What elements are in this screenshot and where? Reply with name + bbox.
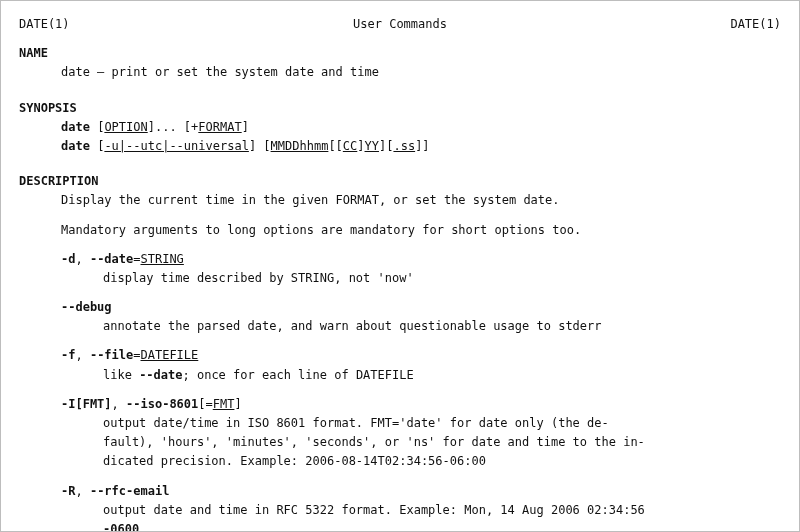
text: ] [357, 139, 364, 153]
synopsis-cc: CC [343, 139, 357, 153]
synopsis-option: OPTION [104, 120, 147, 134]
option-short: -I[FMT] [61, 397, 112, 411]
header-center: User Commands [353, 15, 447, 34]
text: , [75, 252, 89, 266]
description-p2: Mandatory arguments to long options are … [61, 221, 781, 240]
text: ] [234, 397, 241, 411]
synopsis-line-2: date [-u|--utc|--universal] [MMDDhhmm[[C… [61, 137, 781, 156]
text: = [133, 348, 140, 362]
option-f-desc: like --date; once for each line of DATEF… [103, 366, 781, 385]
header-left: DATE(1) [19, 15, 70, 34]
option-R-desc-bold: -0600 [103, 522, 139, 532]
synopsis-ss: .ss [393, 139, 415, 153]
option-long: --debug [61, 300, 112, 314]
synopsis-flags: -u|--utc|--universal [104, 139, 249, 153]
option-debug-header: --debug [61, 298, 781, 317]
synopsis-format: FORMAT [198, 120, 241, 134]
manpage-header: DATE(1) User Commands DATE(1) [19, 15, 781, 34]
option-short: -f [61, 348, 75, 362]
text: [ [263, 139, 270, 153]
text: , [75, 484, 89, 498]
description-p1: Display the current time in the given FO… [61, 191, 781, 210]
text: , [112, 397, 126, 411]
option-I-header: -I[FMT], --iso-8601[=FMT] [61, 395, 781, 414]
option-ref: --date [139, 368, 182, 382]
option-I-desc-l3: dicated precision. Example: 2006-08-14T0… [103, 452, 781, 471]
option-arg: STRING [141, 252, 184, 266]
synopsis-line-1: date [OPTION]... [+FORMAT] [61, 118, 781, 137]
text: [= [198, 397, 212, 411]
text: like [103, 368, 139, 382]
option-R-header: -R, --rfc-email [61, 482, 781, 501]
option-I-desc-l2: fault), 'hours', 'minutes', 'seconds', o… [103, 433, 781, 452]
text: [[ [328, 139, 342, 153]
manpage-document: DATE(1) User Commands DATE(1) NAME date … [0, 0, 800, 532]
option-arg: DATEFILE [141, 348, 199, 362]
text: ]... [+ [148, 120, 199, 134]
option-d-header: -d, --date=STRING [61, 250, 781, 269]
section-synopsis-heading: SYNOPSIS [19, 99, 781, 118]
name-line: date – print or set the system date and … [61, 63, 781, 82]
text: ] [242, 120, 249, 134]
text: ; once for each line of DATEFILE [182, 368, 413, 382]
text: = [133, 252, 140, 266]
text: ] [422, 139, 429, 153]
text: , [75, 348, 89, 362]
section-name-heading: NAME [19, 44, 781, 63]
synopsis-cmd: date [61, 139, 90, 153]
option-long: --date [90, 252, 133, 266]
synopsis-mmdd: MMDDhhmm [271, 139, 329, 153]
option-long: --rfc-email [90, 484, 169, 498]
synopsis-yy: YY [365, 139, 379, 153]
option-long: --iso-8601 [126, 397, 198, 411]
option-arg: FMT [213, 397, 235, 411]
option-I-desc-l1: output date/time in ISO 8601 format. FMT… [103, 414, 781, 433]
synopsis-cmd: date [61, 120, 90, 134]
option-f-header: -f, --file=DATEFILE [61, 346, 781, 365]
option-R-desc-l1: output date and time in RFC 5322 format.… [103, 501, 781, 520]
option-long: --file [90, 348, 133, 362]
header-right: DATE(1) [730, 15, 781, 34]
section-description-heading: DESCRIPTION [19, 172, 781, 191]
option-short: -R [61, 484, 75, 498]
option-short: -d [61, 252, 75, 266]
option-d-desc: display time described by STRING, not 'n… [103, 269, 781, 288]
option-debug-desc: annotate the parsed date, and warn about… [103, 317, 781, 336]
option-R-desc-l2: -0600 [103, 520, 781, 532]
